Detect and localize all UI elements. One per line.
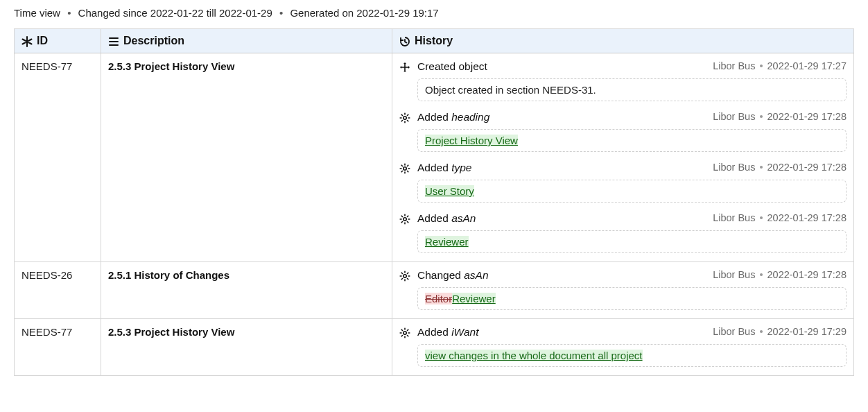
history-action: Added xyxy=(417,162,449,173)
separator-dot: • xyxy=(755,60,767,71)
separator-dot: • xyxy=(755,212,767,223)
separator-dot: • xyxy=(755,326,767,337)
history-cell: Added iWantLibor Bus•2022-01-29 17:29vie… xyxy=(392,319,854,376)
table-row: NEEDS-772.5.3 Project History ViewCreate… xyxy=(15,53,854,262)
history-field: iWant xyxy=(451,326,478,338)
column-header-id[interactable]: ID xyxy=(15,29,101,53)
history-meta: Libor Bus•2022-01-29 17:28 xyxy=(713,212,847,223)
history-icon xyxy=(399,36,410,47)
history-item-head: Changed asAnLibor Bus•2022-01-29 17:28 xyxy=(399,269,847,283)
history-time: 2022-01-29 17:27 xyxy=(767,60,847,71)
history-item-head: Added asAnLibor Bus•2022-01-29 17:28 xyxy=(399,212,847,226)
history-table: ID Description History NEEDS-772.5.3 Pro… xyxy=(14,28,854,376)
history-author: Libor Bus xyxy=(713,212,755,223)
history-time: 2022-01-29 17:28 xyxy=(767,162,847,173)
history-author: Libor Bus xyxy=(713,60,755,71)
history-field: asAn xyxy=(451,212,476,224)
diff-added: Reviewer xyxy=(425,236,469,248)
gear-icon xyxy=(399,327,412,340)
diff-removed: Editor xyxy=(425,293,452,304)
column-header-description-label: Description xyxy=(123,35,184,46)
history-action: Changed xyxy=(417,269,461,281)
breadcrumb-generated: Generated on 2022-01-29 19:17 xyxy=(290,7,438,19)
history-meta: Libor Bus•2022-01-29 17:27 xyxy=(713,60,847,71)
id-cell: NEEDS-77 xyxy=(15,319,101,376)
breadcrumb-view: Time view xyxy=(14,7,60,19)
separator-dot: • xyxy=(755,162,767,173)
history-cell: Changed asAnLibor Bus•2022-01-29 17:28Ed… xyxy=(392,262,854,319)
description-cell: 2.5.3 Project History View xyxy=(101,319,392,376)
history-list: Created objectLibor Bus•2022-01-29 17:27… xyxy=(399,60,847,253)
separator-dot: • xyxy=(63,7,75,19)
history-body: Object created in section NEEDS-31. xyxy=(417,78,847,101)
asterisk-icon xyxy=(21,36,33,47)
move-arrows-icon xyxy=(399,62,412,74)
history-item: Added typeLibor Bus•2022-01-29 17:28User… xyxy=(399,162,847,203)
history-item-head: Added typeLibor Bus•2022-01-29 17:28 xyxy=(399,162,847,175)
column-header-description[interactable]: Description xyxy=(101,29,392,53)
history-time: 2022-01-29 17:28 xyxy=(767,212,847,223)
history-field: type xyxy=(451,162,471,173)
history-item: Added iWantLibor Bus•2022-01-29 17:29vie… xyxy=(399,326,847,367)
history-action-label: Added asAn xyxy=(417,212,707,225)
diff-added: view changes in the whole document all p… xyxy=(425,350,643,361)
history-item-head: Added iWantLibor Bus•2022-01-29 17:29 xyxy=(399,326,847,340)
history-item-head: Added headingLibor Bus•2022-01-29 17:28 xyxy=(399,111,847,125)
history-meta: Libor Bus•2022-01-29 17:29 xyxy=(713,326,847,337)
table-row: NEEDS-262.5.1 History of ChangesChanged … xyxy=(15,262,854,319)
history-list: Changed asAnLibor Bus•2022-01-29 17:28Ed… xyxy=(399,269,847,310)
description-cell: 2.5.3 Project History View xyxy=(101,53,392,262)
history-field: heading xyxy=(451,111,489,123)
history-time: 2022-01-29 17:28 xyxy=(767,111,847,122)
history-author: Libor Bus xyxy=(713,162,755,173)
history-author: Libor Bus xyxy=(713,111,755,122)
history-item: Changed asAnLibor Bus•2022-01-29 17:28Ed… xyxy=(399,269,847,310)
gear-icon xyxy=(399,163,412,175)
separator-dot: • xyxy=(755,111,767,122)
column-header-id-label: ID xyxy=(37,35,48,46)
id-cell: NEEDS-77 xyxy=(15,53,101,262)
diff-added: User Story xyxy=(425,185,474,197)
history-body: Project History View xyxy=(417,129,847,152)
history-action-label: Added type xyxy=(417,162,707,174)
history-action: Added xyxy=(417,111,449,123)
history-item: Created objectLibor Bus•2022-01-29 17:27… xyxy=(399,60,847,101)
history-meta: Libor Bus•2022-01-29 17:28 xyxy=(713,162,847,173)
description-cell: 2.5.1 History of Changes xyxy=(101,262,392,319)
history-item: Added headingLibor Bus•2022-01-29 17:28P… xyxy=(399,111,847,152)
id-cell: NEEDS-26 xyxy=(15,262,101,319)
history-action-label: Created object xyxy=(417,60,707,73)
history-author: Libor Bus xyxy=(713,326,755,337)
column-header-history-label: History xyxy=(415,35,453,46)
history-body-text: Object created in section NEEDS-31. xyxy=(425,84,596,96)
column-header-history[interactable]: History xyxy=(392,29,854,53)
diff-added: Project History View xyxy=(425,135,518,146)
history-time: 2022-01-29 17:28 xyxy=(767,269,847,280)
gear-icon xyxy=(399,214,412,226)
history-action-label: Added iWant xyxy=(417,326,707,338)
history-time: 2022-01-29 17:29 xyxy=(767,326,847,337)
history-action-label: Added heading xyxy=(417,111,707,123)
history-meta: Libor Bus•2022-01-29 17:28 xyxy=(713,111,847,122)
history-cell: Created objectLibor Bus•2022-01-29 17:27… xyxy=(392,53,854,262)
table-row: NEEDS-772.5.3 Project History ViewAdded … xyxy=(15,319,854,376)
diff-added: Reviewer xyxy=(452,293,496,304)
history-meta: Libor Bus•2022-01-29 17:28 xyxy=(713,269,847,280)
history-author: Libor Bus xyxy=(713,269,755,280)
history-body: User Story xyxy=(417,180,847,203)
history-body: EditorReviewer xyxy=(417,287,847,310)
separator-dot: • xyxy=(755,269,767,280)
breadcrumb-changed: Changed since 2022-01-22 till 2022-01-29 xyxy=(78,7,272,19)
separator-dot: • xyxy=(275,7,287,19)
gear-icon xyxy=(399,112,412,125)
gear-icon xyxy=(399,271,412,283)
history-action: Added xyxy=(417,326,449,338)
history-field: asAn xyxy=(464,269,488,281)
breadcrumb: Time view • Changed since 2022-01-22 til… xyxy=(14,4,854,28)
history-item: Added asAnLibor Bus•2022-01-29 17:28Revi… xyxy=(399,212,847,253)
list-lines-icon xyxy=(108,36,119,47)
history-body: view changes in the whole document all p… xyxy=(417,344,847,367)
history-action-label: Changed asAn xyxy=(417,269,707,282)
history-action: Created object xyxy=(417,60,487,72)
history-body: Reviewer xyxy=(417,230,847,253)
